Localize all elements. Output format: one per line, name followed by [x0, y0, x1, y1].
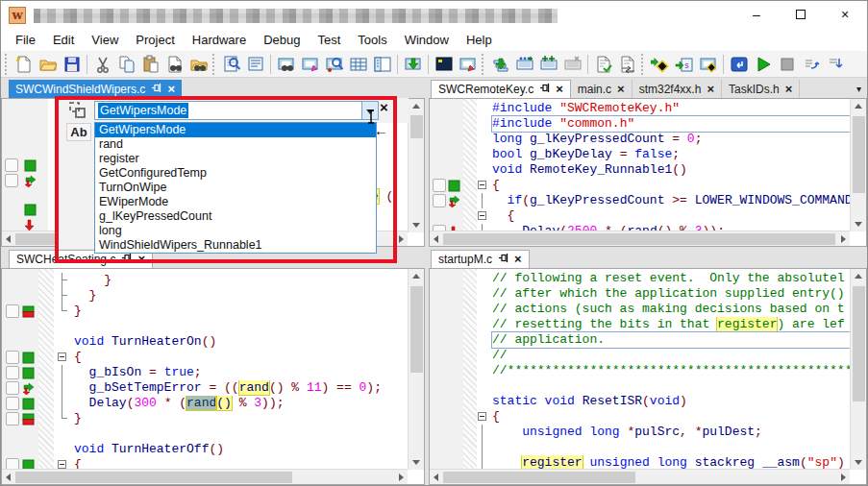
workspace-options-button[interactable] — [456, 52, 480, 76]
breakpoint-checkbox[interactable] — [6, 304, 19, 318]
fold-toggle[interactable] — [58, 396, 67, 411]
minimize-button[interactable]: – — [734, 1, 779, 30]
breakpoint-checkbox[interactable] — [433, 179, 446, 192]
tab-main-c[interactable]: main.c× — [571, 80, 632, 98]
view-output-button[interactable] — [243, 52, 267, 76]
maximize-button[interactable] — [779, 1, 823, 30]
terminal-window-button[interactable] — [432, 52, 456, 76]
menu-debug[interactable]: Debug — [255, 30, 309, 51]
pin-icon[interactable] — [121, 253, 132, 266]
clear-breakpoints-button[interactable] — [560, 52, 584, 76]
fold-toggle[interactable] — [478, 409, 487, 425]
menu-file[interactable]: File — [7, 30, 44, 51]
scroll-left-icon[interactable] — [6, 235, 11, 243]
breakpoint-checkbox[interactable] — [5, 158, 18, 172]
symbol-combobox[interactable]: GetWipersMode — [94, 101, 379, 120]
watch-window-button[interactable] — [274, 52, 298, 76]
tab-close-icon[interactable]: × — [707, 84, 714, 95]
reset-button[interactable] — [727, 52, 751, 76]
cut-button[interactable] — [90, 52, 114, 76]
scrollbar-thumb[interactable] — [410, 286, 423, 373]
attach-target-button[interactable] — [648, 52, 672, 76]
symbol-dropdown-item[interactable]: GetWipersMode — [95, 123, 376, 137]
run-button[interactable] — [751, 52, 775, 76]
run-until-button[interactable] — [696, 52, 720, 76]
symbol-dropdown-item[interactable]: g_lKeyPressedCount — [95, 209, 376, 224]
hw-breakpoints-button[interactable] — [512, 52, 536, 76]
scrollbar-thumb[interactable] — [443, 233, 835, 245]
symbol-dropdown-item[interactable]: GetConfiguredTemp — [95, 166, 376, 181]
memory-view-button[interactable] — [346, 52, 370, 76]
step-over-button[interactable] — [799, 52, 823, 76]
search-symbols-button[interactable] — [322, 52, 346, 76]
paste-button[interactable] — [138, 52, 162, 76]
find-in-files-button[interactable] — [186, 52, 211, 76]
menu-tools[interactable]: Tools — [349, 30, 395, 51]
download-symbols-button[interactable]: s — [672, 52, 696, 76]
fold-toggle[interactable] — [478, 208, 487, 224]
step-into-button[interactable] — [823, 52, 847, 76]
scroll-up-icon[interactable] — [855, 104, 862, 109]
scrollbar-thumb[interactable] — [410, 115, 423, 138]
tab-close-icon[interactable]: × — [556, 84, 563, 95]
vertical-scrollbar[interactable] — [408, 269, 424, 470]
fold-toggle[interactable] — [58, 288, 67, 304]
scroll-left-icon[interactable] — [6, 474, 11, 481]
symbol-dropdown-item[interactable]: rand — [95, 137, 376, 152]
title-bar[interactable]: w – × — [1, 1, 867, 30]
scroll-down-icon[interactable] — [412, 460, 420, 465]
new-file-button[interactable] — [12, 52, 36, 76]
pin-icon[interactable] — [498, 253, 508, 266]
fold-toggle[interactable] — [478, 178, 487, 193]
horizontal-scrollbar[interactable] — [430, 231, 850, 246]
symbol-dropdown-item[interactable]: EWiperMode — [95, 195, 376, 209]
pin-icon[interactable] — [539, 83, 550, 96]
copy-button[interactable] — [114, 52, 138, 76]
tab-swcremotekey-c[interactable]: SWCRemoteKey.c× — [431, 80, 571, 98]
scroll-down-icon[interactable] — [855, 460, 862, 465]
tab-close-icon[interactable]: × — [617, 84, 625, 95]
save-file-button[interactable] — [60, 52, 84, 76]
fold-toggle[interactable] — [58, 304, 67, 319]
pin-icon[interactable] — [151, 83, 161, 96]
tab-taskids-h[interactable]: TaskIDs.h× — [722, 80, 800, 98]
tab-close-icon[interactable]: × — [167, 84, 175, 95]
menu-window[interactable]: Window — [396, 30, 458, 51]
compare-memory-button[interactable] — [615, 52, 639, 76]
menu-edit[interactable]: Edit — [44, 30, 83, 51]
horizontal-scrollbar[interactable] — [2, 469, 408, 484]
tab-close-icon[interactable]: × — [785, 84, 793, 95]
scroll-up-icon[interactable] — [855, 274, 862, 279]
block-select-icon[interactable] — [68, 101, 87, 124]
breakpoint-checkbox[interactable] — [6, 381, 19, 395]
symbol-dropdown-item[interactable]: WindShieldWipers_Runnable1 — [95, 238, 376, 253]
editor-remotekey[interactable]: #include "SWCRemoteKey.h"#include "commo… — [429, 98, 867, 247]
scrollbar-thumb[interactable] — [443, 472, 635, 483]
menu-view[interactable]: View — [83, 30, 127, 51]
horizontal-scrollbar[interactable] — [430, 469, 850, 484]
scroll-up-icon[interactable] — [412, 274, 420, 279]
menu-test[interactable]: Test — [309, 30, 349, 51]
tab-startupm-c[interactable]: startupM.c× — [431, 250, 530, 268]
edit-breakpoints-button[interactable] — [298, 52, 322, 76]
sw-breakpoints-button[interactable] — [536, 52, 560, 76]
fold-toggle[interactable] — [58, 411, 67, 426]
scroll-right-icon[interactable] — [841, 235, 846, 243]
scroll-up-icon[interactable] — [412, 104, 420, 109]
scroll-right-icon[interactable] — [399, 474, 404, 481]
scroll-right-icon[interactable] — [399, 235, 404, 243]
vertical-scrollbar[interactable] — [850, 269, 866, 470]
scroll-right-icon[interactable] — [841, 474, 846, 481]
fold-toggle[interactable] — [58, 273, 67, 288]
scroll-down-icon[interactable] — [855, 222, 862, 227]
scroll-left-icon[interactable] — [434, 235, 438, 243]
menu-help[interactable]: Help — [458, 30, 501, 51]
fold-toggle[interactable] — [478, 193, 487, 208]
editor-startup[interactable]: // following a reset event. Only the abs… — [429, 268, 867, 485]
scrollbar-thumb[interactable] — [853, 286, 865, 401]
scrollbar-thumb[interactable] — [853, 116, 865, 193]
tab-swcwindshieldwipers-c[interactable]: SWCWindShieldWipers.c× — [9, 80, 182, 98]
editor-heatseating[interactable]: } }}void TurnHeaterOn(){ g_bIsOn = true;… — [1, 268, 425, 485]
view-source-button[interactable] — [219, 52, 243, 76]
breakpoint-checkbox[interactable] — [6, 412, 19, 425]
